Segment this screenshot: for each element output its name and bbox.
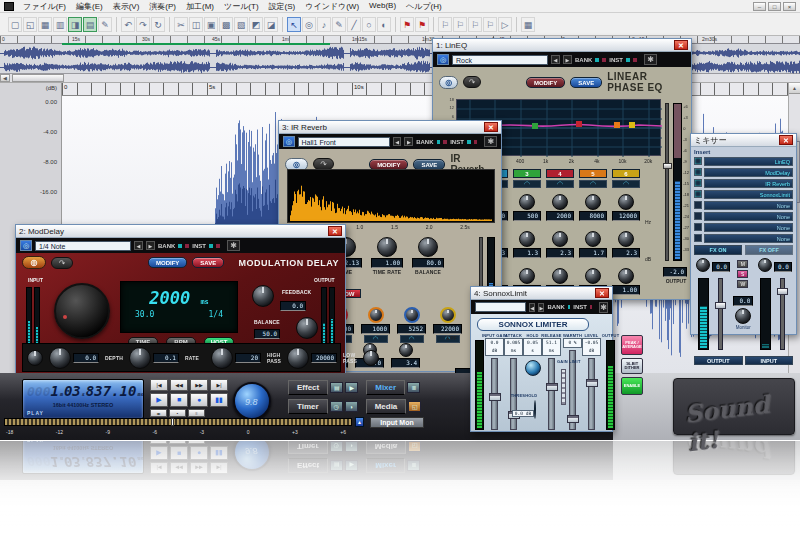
preset-field[interactable] <box>475 302 526 312</box>
gear-icon[interactable]: ✱ <box>227 240 240 251</box>
release-slider[interactable] <box>548 358 555 430</box>
band-shape-icon[interactable]: ◠ <box>546 180 574 188</box>
ir-eq-knob[interactable] <box>440 307 456 323</box>
effect-button[interactable]: Effect <box>288 380 328 395</box>
preset-field[interactable]: Rock <box>452 55 548 65</box>
minimize-icon[interactable]: – <box>753 2 766 11</box>
media-button[interactable]: Media <box>366 399 407 414</box>
curve-tool-icon[interactable]: ○ <box>362 17 376 32</box>
band-button[interactable]: 3 <box>513 169 541 178</box>
transport-main-button[interactable]: ■ <box>170 393 188 407</box>
menu-item[interactable]: Web(B) <box>364 1 401 12</box>
transport-nav-button[interactable]: |◀ <box>150 379 168 391</box>
gain-knob[interactable] <box>552 231 568 247</box>
corner-knob[interactable] <box>27 350 43 366</box>
insert-slot[interactable]: IR Reverb <box>694 178 793 188</box>
q-knob[interactable] <box>618 268 634 284</box>
highpass-knob[interactable] <box>211 347 233 369</box>
modify-button[interactable]: MODIFY <box>526 77 565 88</box>
erase-icon[interactable]: ▧ <box>234 17 248 32</box>
gain-knob[interactable] <box>585 231 601 247</box>
power-button[interactable]: ◎ <box>439 76 458 89</box>
moddelay-titlebar[interactable]: 2: ModDelay ✕ <box>16 225 345 238</box>
scrollbar-thumb[interactable] <box>12 74 64 82</box>
save-button[interactable]: SAVE <box>192 257 224 268</box>
gear-icon[interactable]: ✱ <box>644 54 657 65</box>
bypass-button[interactable]: ↷ <box>51 257 73 269</box>
ir-reverb-titlebar[interactable]: 3: IR Reverb ✕ <box>279 121 501 134</box>
band-shape-icon[interactable]: ◠ <box>579 180 607 188</box>
menu-item[interactable]: 演奏(P) <box>144 1 181 12</box>
menu-item[interactable]: ウインドウ(W) <box>300 1 364 12</box>
close-icon[interactable]: ✕ <box>674 40 688 50</box>
slider-thumb[interactable] <box>171 418 174 426</box>
position-slider[interactable] <box>4 418 352 426</box>
output-fader-handle[interactable] <box>715 302 726 309</box>
slider-lock-icon[interactable]: ▲ <box>355 417 364 427</box>
plugin-power-icon[interactable]: ◎ <box>283 136 295 147</box>
insert-slot[interactable]: None <box>694 222 793 232</box>
ir-eq-knob[interactable] <box>368 307 384 323</box>
modify-button[interactable]: MODIFY <box>148 257 187 268</box>
redo-icon[interactable]: ↷ <box>136 17 150 32</box>
insert-silence-icon[interactable]: ◪ <box>264 17 278 32</box>
import-icon[interactable]: ◨ <box>68 17 82 32</box>
transport-nav-button[interactable]: ▶| <box>210 379 228 391</box>
mute-button[interactable]: M <box>737 260 748 268</box>
paste-icon[interactable]: ▣ <box>204 17 218 32</box>
ir-gain-knob[interactable] <box>399 343 413 357</box>
band-shape-icon[interactable]: ◠ <box>400 335 424 343</box>
flag-start-icon[interactable]: ⚑ <box>400 17 414 32</box>
gain-knob[interactable] <box>618 231 634 247</box>
next-preset-icon[interactable]: ▶ <box>563 55 572 64</box>
slot-power-icon[interactable] <box>694 212 702 220</box>
slot-power-icon[interactable] <box>694 223 702 231</box>
gear-icon[interactable]: ✱ <box>484 136 497 147</box>
prev-preset-icon[interactable]: ◀ <box>551 55 560 64</box>
scroll-up-icon[interactable]: ▲ <box>789 83 800 94</box>
close-icon[interactable]: × <box>783 2 796 11</box>
transport-main-button[interactable]: ▶ <box>150 393 168 407</box>
plugin-power-icon[interactable]: ◎ <box>20 240 32 251</box>
input-mon-button[interactable]: Input Mon <box>370 417 424 428</box>
reverb-knob[interactable] <box>377 237 397 257</box>
slot-power-icon[interactable] <box>694 190 702 198</box>
transport-main-button[interactable]: ▮▮ <box>210 393 228 407</box>
insert-slot[interactable]: ModDelay <box>694 167 793 177</box>
menu-item[interactable]: 表示(V) <box>108 1 145 12</box>
dither-button[interactable]: 16-BIT DITHER <box>621 358 643 374</box>
write-button[interactable]: W <box>737 280 748 288</box>
marker-next-icon[interactable]: ⚐ <box>453 17 467 32</box>
menu-item[interactable]: 加工(M) <box>181 1 219 12</box>
preset-field[interactable]: Hall1 Front <box>298 137 390 147</box>
slot-power-icon[interactable] <box>694 201 702 209</box>
modify-button[interactable]: MODIFY <box>369 159 408 170</box>
marker-play-icon[interactable]: ▷ <box>498 17 512 32</box>
copy-icon[interactable]: ◫ <box>189 17 203 32</box>
mixer-button[interactable]: Mixer <box>366 380 405 395</box>
rate-knob[interactable] <box>129 347 151 369</box>
fx-on-button[interactable]: FX ON <box>694 245 742 255</box>
slot-power-icon[interactable] <box>694 168 702 176</box>
input-fader-handle[interactable] <box>777 288 788 295</box>
close-icon[interactable]: ✕ <box>484 122 498 132</box>
marker-del-icon[interactable]: ⚐ <box>483 17 497 32</box>
level-slider[interactable] <box>588 358 595 430</box>
insert-slot[interactable]: LinEQ <box>694 156 793 166</box>
hold-knob[interactable] <box>525 360 541 376</box>
threshold-knob[interactable] <box>534 400 536 419</box>
menu-item[interactable]: 設定(S) <box>264 1 301 12</box>
freq-knob[interactable] <box>519 194 535 210</box>
slot-power-icon[interactable] <box>694 157 702 165</box>
plugin-power-icon[interactable]: ◎ <box>437 54 449 65</box>
menu-item[interactable]: ファイル(F) <box>18 1 71 12</box>
marker-add-icon[interactable]: ⚐ <box>468 17 482 32</box>
band-shape-icon[interactable]: ◠ <box>513 180 541 188</box>
band-shape-icon[interactable]: ◠ <box>364 335 388 343</box>
marker-prev-icon[interactable]: ⚐ <box>438 17 452 32</box>
trim-icon[interactable]: ◩ <box>249 17 263 32</box>
save-button[interactable]: SAVE <box>413 159 445 170</box>
close-icon[interactable]: ✕ <box>779 135 793 145</box>
gear-icon[interactable]: ✱ <box>599 302 608 313</box>
peak-average-button[interactable]: PEAK / AVERAGE <box>621 335 643 355</box>
